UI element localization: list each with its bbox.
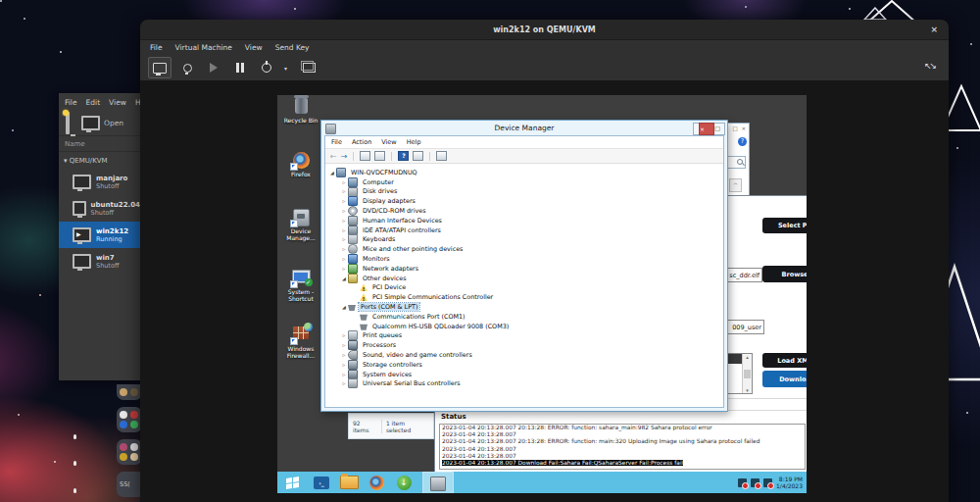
scroll-up-button[interactable]: ^	[729, 178, 742, 192]
taskbar-flash-tool-active[interactable]	[422, 472, 454, 493]
desktop-icon-system[interactable]: System - Shortcut	[279, 268, 322, 303]
run-button[interactable]	[203, 58, 224, 77]
vm-list-name-header[interactable]: Name	[59, 135, 140, 152]
tree-item[interactable]: System devices	[325, 370, 723, 379]
tree-item[interactable]: Sound, video and game controllers	[325, 350, 723, 360]
menu-help[interactable]: Help	[407, 138, 421, 146]
desktop-icon-firefox[interactable]: Firefox	[279, 152, 322, 178]
menu-view[interactable]: View	[381, 138, 396, 146]
tree-item[interactable]: Qualcomm HS-USB QDLoader 9008 (COM3)	[325, 322, 723, 331]
shutdown-button[interactable]	[256, 58, 277, 77]
dock-app-tile[interactable]	[117, 439, 142, 465]
shutdown-dropdown[interactable]: ▾	[284, 65, 287, 72]
menu-virtual-machine[interactable]: Virtual Machine	[175, 43, 232, 52]
vm-row-win2k12[interactable]: ▶ win2k12 Running	[59, 222, 140, 248]
vm-icon	[73, 175, 91, 189]
tree-item[interactable]: Keyboards	[325, 235, 723, 245]
tree-item[interactable]: Processors	[325, 340, 723, 350]
port-icon	[360, 323, 368, 330]
tree-item[interactable]: Print queues	[325, 331, 723, 341]
app-icon	[130, 453, 138, 461]
tree-item[interactable]: Network adapters	[325, 264, 723, 274]
taskbar-clock[interactable]: 8:19 PM 1/4/2023	[776, 476, 805, 489]
tree-item[interactable]: Monitors	[325, 254, 723, 264]
menu-action[interactable]: Action	[352, 138, 371, 146]
new-vm-button[interactable]	[66, 114, 70, 132]
vm-display-desktop: Recycle Bin Firefox Device Manage... Sys…	[277, 95, 807, 493]
help-icon[interactable]: ?	[398, 151, 409, 161]
load-xml-button[interactable]: Load XML	[762, 353, 807, 368]
console-button[interactable]	[148, 57, 172, 78]
shortcut-arrow-icon	[290, 163, 298, 171]
menu-edit[interactable]: Edit	[86, 98, 101, 107]
tree-item-warning[interactable]: PCI Device	[325, 283, 723, 293]
menu-view[interactable]: View	[109, 98, 126, 107]
menu-file[interactable]: File	[150, 43, 163, 52]
tree-item[interactable]: Communications Port (COM1)	[325, 312, 723, 322]
forward-icon[interactable]: →	[341, 152, 348, 161]
tree-item[interactable]: Universal Serial Bus controllers	[325, 379, 723, 389]
menu-send-key[interactable]: Send Key	[275, 43, 310, 52]
open-vm-button[interactable]: Open	[81, 116, 123, 130]
browse-button[interactable]: Browse	[762, 266, 807, 282]
scrollbar-thumb[interactable]	[744, 370, 751, 378]
connection-row[interactable]: ▾ QEMU/KVM	[59, 152, 140, 169]
close-icon[interactable]: ×	[930, 20, 938, 39]
details-button[interactable]	[176, 58, 198, 77]
vm-row-manjaro[interactable]: manjaro Shutoff	[59, 169, 140, 195]
help-icon[interactable]: ?	[738, 137, 747, 146]
taskbar-downloader[interactable]: ↓	[391, 472, 416, 493]
device-manager-window: Device Manager – □ × File Action View He…	[320, 120, 728, 412]
pause-button[interactable]	[229, 58, 251, 77]
download-button[interactable]: Downloa	[762, 371, 807, 387]
device-manager-titlebar[interactable]: Device Manager – □ ×	[321, 121, 727, 135]
tree-item[interactable]: Other devices	[325, 274, 723, 283]
volume-status-icon[interactable]	[763, 478, 772, 487]
tree-item[interactable]: Computer	[325, 177, 723, 187]
tree-item-warning[interactable]: PCI Simple Communications Controller	[325, 292, 723, 302]
tree-item-selected[interactable]: Ports (COM & LPT)	[325, 302, 723, 312]
explorer-window-buttons[interactable]: □ ×	[732, 126, 747, 131]
displays-icon[interactable]	[303, 63, 316, 73]
properties-icon[interactable]	[413, 151, 423, 161]
action-center-icon[interactable]	[738, 478, 747, 487]
scroll-up-icon[interactable]: ▴	[746, 354, 749, 360]
tree-item[interactable]: Storage controllers	[325, 360, 723, 370]
tree-item-root[interactable]: WIN-QVDCFMUDNUQ	[325, 168, 723, 177]
close-icon[interactable]: ×	[699, 123, 714, 135]
scan-hardware-icon[interactable]	[436, 151, 447, 161]
desktop-icon-recycle-bin[interactable]: Recycle Bin	[279, 98, 322, 125]
warning-icon	[360, 293, 368, 301]
network-status-icon[interactable]	[751, 478, 760, 487]
taskbar-powershell[interactable]: ›_	[309, 472, 334, 493]
menu-file[interactable]: File	[331, 138, 342, 146]
log-line: 2023-01-04 20:13:28.007 20:13:28: ERROR:…	[440, 438, 805, 445]
desktop-icon-windows-firewall[interactable]: Windows Firewall...	[279, 325, 322, 360]
refresh-icon[interactable]	[374, 151, 385, 161]
tree-item[interactable]: IDE ATA/ATAPI controllers	[325, 226, 723, 235]
status-log[interactable]: 2023-01-04 20:13:28.007 20:13:28: ERROR:…	[439, 424, 806, 470]
scroll-down-icon[interactable]: ▾	[746, 387, 749, 393]
tree-item[interactable]: Human Interface Devices	[325, 216, 723, 226]
back-icon[interactable]: ←	[330, 152, 337, 161]
tree-item[interactable]: Display adapters	[325, 196, 723, 206]
menu-view[interactable]: View	[245, 43, 263, 52]
taskbar-firefox[interactable]	[364, 472, 389, 493]
console-tree-icon[interactable]	[360, 151, 370, 161]
desktop-icon-device-manager[interactable]: Device Manage...	[279, 209, 322, 242]
start-button[interactable]	[277, 472, 307, 493]
vm-row-ubuntu[interactable]: ubuntu22.04 Shutoff	[59, 195, 140, 222]
vm-row-win7[interactable]: win7 Shutoff	[59, 248, 140, 275]
taskbar-explorer[interactable]	[336, 472, 362, 493]
dock-indicator	[74, 434, 76, 439]
select-port-button[interactable]: Select Po	[762, 218, 807, 233]
fullscreen-icon[interactable]: ↖↘	[924, 61, 935, 71]
viewer-titlebar[interactable]: win2k12 on QEMU/KVM ×	[140, 20, 949, 39]
tree-item[interactable]: Mice and other pointing devices	[325, 244, 723, 254]
dock-app-tile[interactable]	[117, 407, 142, 432]
dock-app-tile[interactable]	[117, 384, 142, 400]
tree-item[interactable]: Disk drives	[325, 187, 723, 197]
list-scrollbar[interactable]: ▴ ▾	[742, 354, 752, 393]
tree-item[interactable]: DVD/CD-ROM drives	[325, 206, 723, 216]
menu-file[interactable]: File	[65, 98, 77, 107]
